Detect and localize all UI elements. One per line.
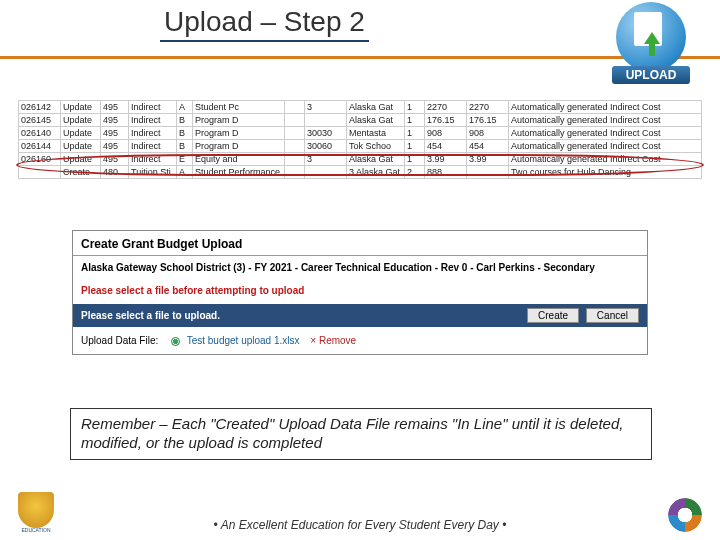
swirl-logo <box>668 498 702 532</box>
cell: Indirect <box>129 153 177 166</box>
cell: 888 <box>425 166 467 179</box>
cell: E <box>177 153 193 166</box>
cell: 3.99 <box>425 153 467 166</box>
cell: B <box>177 140 193 153</box>
remove-file-link[interactable]: × Remove <box>310 335 356 346</box>
table-row: 026144Update495IndirectBProgram D30060To… <box>19 140 702 153</box>
cell <box>19 166 61 179</box>
table-row: Create480Tuition StiAStudent Performance… <box>19 166 702 179</box>
cell: 2270 <box>425 101 467 114</box>
cell: Automatically generated Indirect Cost <box>509 101 702 114</box>
cell: Program D <box>193 114 285 127</box>
table-row: 026142Update495IndirectAStudent Pc3Alask… <box>19 101 702 114</box>
panel-instruction-bar: Please select a file to upload. Create C… <box>73 304 647 327</box>
cell: Update <box>61 153 101 166</box>
panel-bar-text: Please select a file to upload. <box>81 310 220 321</box>
cell: Alaska Gat <box>347 153 405 166</box>
cell: Program D <box>193 140 285 153</box>
create-button[interactable]: Create <box>527 308 579 323</box>
cell: 30030 <box>305 127 347 140</box>
cell <box>305 166 347 179</box>
cell: Indirect <box>129 140 177 153</box>
cell <box>285 127 305 140</box>
cell: Automatically generated Indirect Cost <box>509 127 702 140</box>
cell: 026144 <box>19 140 61 153</box>
create-upload-panel: Create Grant Budget Upload Alaska Gatewa… <box>72 230 648 355</box>
cell: Update <box>61 140 101 153</box>
cell <box>285 166 305 179</box>
cell: Automatically generated Indirect Cost <box>509 114 702 127</box>
cell: 1 <box>405 140 425 153</box>
cell: 026145 <box>19 114 61 127</box>
cell: 3 <box>305 153 347 166</box>
cell: 454 <box>425 140 467 153</box>
cell <box>285 153 305 166</box>
cell: 176.15 <box>425 114 467 127</box>
file-name: Test budget upload 1.xlsx <box>187 335 300 346</box>
upload-icon <box>616 2 686 72</box>
cell: 908 <box>467 127 509 140</box>
cell: Alaska Gat <box>347 101 405 114</box>
file-label: Upload Data File: <box>81 335 158 346</box>
cell: Alaska Gat <box>347 114 405 127</box>
cell: Mentasta <box>347 127 405 140</box>
cell: 1 <box>405 127 425 140</box>
cell: Equity and <box>193 153 285 166</box>
cell: 454 <box>467 140 509 153</box>
cell: Student Pc <box>193 101 285 114</box>
cancel-button[interactable]: Cancel <box>586 308 639 323</box>
cell: 495 <box>101 101 129 114</box>
cell: A <box>177 166 193 179</box>
cell: Automatically generated Indirect Cost <box>509 153 702 166</box>
footer-tagline: • An Excellent Education for Every Stude… <box>0 518 720 532</box>
upload-icon-label: UPLOAD <box>612 66 690 84</box>
cell: B <box>177 127 193 140</box>
cell: B <box>177 114 193 127</box>
cell: A <box>177 101 193 114</box>
reminder-note: Remember – Each "Created" Upload Data Fi… <box>70 408 652 460</box>
cell: 3.99 <box>467 153 509 166</box>
cell: 3 <box>305 101 347 114</box>
cell: 1 <box>405 153 425 166</box>
cell: 495 <box>101 127 129 140</box>
cell: 1 <box>405 101 425 114</box>
cell: Tuition Sti <box>129 166 177 179</box>
cell: 495 <box>101 114 129 127</box>
cell: 026160 <box>19 153 61 166</box>
cell: Program D <box>193 127 285 140</box>
cell: 908 <box>425 127 467 140</box>
cell: 026142 <box>19 101 61 114</box>
cell: 2 <box>405 166 425 179</box>
cell: 30060 <box>305 140 347 153</box>
upload-badge: UPLOAD <box>612 2 690 84</box>
cell <box>305 114 347 127</box>
cell: Student Performance <box>193 166 285 179</box>
file-radio-icon[interactable] <box>171 337 180 346</box>
cell <box>285 101 305 114</box>
cell: Indirect <box>129 127 177 140</box>
cell <box>285 114 305 127</box>
cell: 480 <box>101 166 129 179</box>
cell: 3 Alaska Gat <box>347 166 405 179</box>
cell: Create <box>61 166 101 179</box>
cell: Indirect <box>129 114 177 127</box>
table-row: 026160Update495IndirectEEquity and3Alask… <box>19 153 702 166</box>
cell: 1 <box>405 114 425 127</box>
cell: Tok Schoo <box>347 140 405 153</box>
cell: Indirect <box>129 101 177 114</box>
cell: 495 <box>101 153 129 166</box>
cell: Update <box>61 114 101 127</box>
table-row: 026140Update495IndirectBProgram D30030Me… <box>19 127 702 140</box>
file-row: Upload Data File: Test budget upload 1.x… <box>73 327 647 354</box>
cell <box>467 166 509 179</box>
spreadsheet: 026142Update495IndirectAStudent Pc3Alask… <box>18 100 702 179</box>
cell: 026140 <box>19 127 61 140</box>
cell: 176.15 <box>467 114 509 127</box>
panel-title: Create Grant Budget Upload <box>73 231 647 253</box>
cell <box>285 140 305 153</box>
cell: Update <box>61 127 101 140</box>
panel-warning: Please select a file before attempting t… <box>73 277 647 304</box>
page-title: Upload – Step 2 <box>160 6 369 40</box>
cell: Automatically generated Indirect Cost <box>509 140 702 153</box>
cell: 495 <box>101 140 129 153</box>
